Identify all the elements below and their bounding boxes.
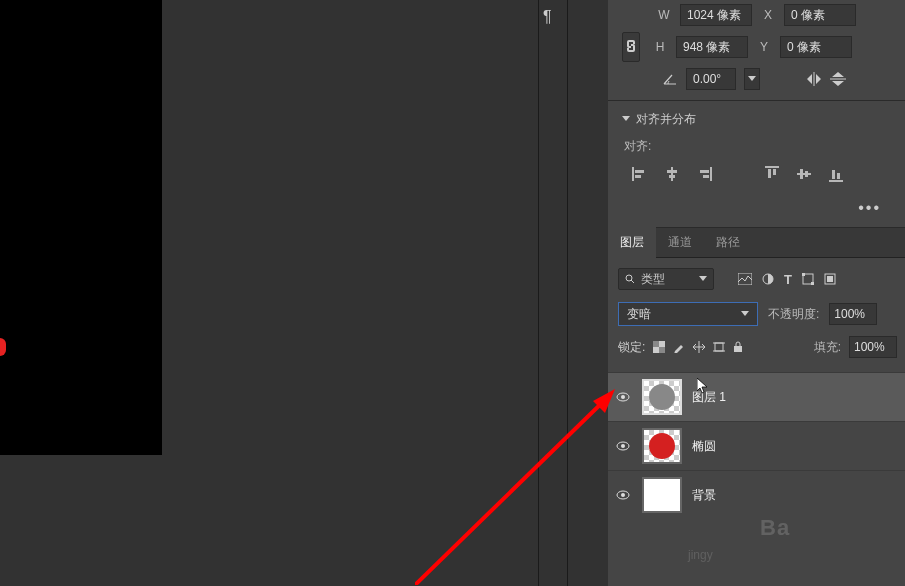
svg-point-39: [621, 444, 625, 448]
transform-section: W X H Y: [608, 0, 905, 101]
properties-panel: W X H Y: [608, 0, 905, 586]
svg-rect-0: [814, 72, 815, 86]
align-top-icon[interactable]: [762, 165, 782, 183]
visibility-icon[interactable]: [616, 441, 632, 451]
layer-filter-label: 类型: [641, 271, 665, 288]
watermark-small: jingy: [688, 548, 713, 562]
tab-layers[interactable]: 图层: [608, 227, 656, 258]
lock-all-icon[interactable]: [733, 341, 743, 353]
svg-rect-9: [700, 170, 709, 173]
align-center-v-icon[interactable]: [794, 165, 814, 183]
layer-thumbnail[interactable]: [642, 379, 682, 415]
y-label: Y: [756, 40, 772, 54]
watermark: Ba: [760, 515, 790, 541]
panel-divider[interactable]: [538, 0, 568, 586]
svg-rect-32: [715, 343, 723, 351]
svg-rect-14: [797, 173, 811, 175]
opacity-input[interactable]: [829, 303, 877, 325]
filter-smartobject-icon[interactable]: [824, 273, 836, 285]
svg-rect-10: [703, 175, 709, 178]
width-label: W: [656, 8, 672, 22]
canvas-content: [0, 0, 162, 455]
filter-adjustment-icon[interactable]: [762, 273, 774, 285]
lock-pixels-icon[interactable]: [673, 341, 685, 353]
tab-channels[interactable]: 通道: [656, 227, 704, 258]
svg-point-41: [621, 493, 625, 497]
filter-pixel-icon[interactable]: [738, 273, 752, 285]
blend-mode-dropdown[interactable]: 变暗: [618, 302, 758, 326]
svg-rect-3: [635, 170, 644, 173]
filter-type-icon[interactable]: T: [784, 272, 792, 287]
layer-thumbnail[interactable]: [642, 428, 682, 464]
svg-line-21: [631, 280, 634, 283]
svg-rect-30: [653, 341, 659, 347]
height-input[interactable]: [676, 36, 748, 58]
canvas-area[interactable]: [0, 0, 538, 586]
layer-name[interactable]: 图层 1: [692, 389, 726, 406]
svg-rect-11: [765, 166, 779, 168]
x-label: X: [760, 8, 776, 22]
svg-rect-1: [830, 79, 846, 80]
layer-name[interactable]: 背景: [692, 487, 716, 504]
angle-dropdown-icon[interactable]: [744, 68, 760, 90]
more-options-icon[interactable]: •••: [622, 193, 891, 217]
layers-tabs: 图层 通道 路径: [608, 228, 905, 258]
layer-filter-dropdown[interactable]: 类型: [618, 268, 714, 290]
svg-rect-8: [710, 167, 712, 181]
svg-rect-25: [802, 273, 805, 276]
layers-panel: 图层 通道 路径 类型 T: [608, 228, 905, 519]
svg-rect-35: [734, 346, 742, 352]
y-input[interactable]: [780, 36, 852, 58]
layer-item[interactable]: 椭圆: [608, 421, 905, 470]
visibility-icon[interactable]: [616, 490, 632, 500]
svg-rect-4: [635, 175, 641, 178]
svg-rect-17: [829, 180, 843, 182]
svg-rect-19: [837, 173, 840, 179]
height-label: H: [652, 40, 668, 54]
align-center-h-icon[interactable]: [662, 165, 682, 183]
layer-item[interactable]: 图层 1: [608, 372, 905, 421]
svg-rect-15: [800, 169, 803, 179]
align-header[interactable]: 对齐并分布: [622, 111, 891, 128]
paragraph-icon[interactable]: ¶: [543, 8, 552, 26]
svg-rect-31: [659, 347, 665, 353]
fill-input[interactable]: [849, 336, 897, 358]
svg-rect-5: [671, 167, 673, 181]
svg-rect-26: [811, 282, 814, 285]
angle-icon: [662, 72, 678, 86]
blend-mode-value: 变暗: [627, 306, 651, 323]
visibility-icon[interactable]: [616, 392, 632, 402]
align-left-icon[interactable]: [630, 165, 650, 183]
align-bottom-icon[interactable]: [826, 165, 846, 183]
filter-shape-icon[interactable]: [802, 273, 814, 285]
svg-rect-22: [738, 273, 752, 285]
svg-rect-6: [667, 170, 677, 173]
align-right-icon[interactable]: [694, 165, 714, 183]
flip-vertical-icon[interactable]: [830, 72, 846, 86]
svg-rect-12: [768, 169, 771, 178]
layer-item[interactable]: 背景: [608, 470, 905, 519]
layer-list: 图层 1 椭圆 背景: [608, 372, 905, 519]
svg-rect-13: [773, 169, 776, 175]
svg-point-37: [621, 395, 625, 399]
lock-artboard-icon[interactable]: [713, 341, 725, 353]
width-input[interactable]: [680, 4, 752, 26]
layer-thumbnail[interactable]: [642, 477, 682, 513]
search-icon: [625, 274, 635, 284]
canvas-red-shape: [0, 338, 6, 356]
x-input[interactable]: [784, 4, 856, 26]
angle-input[interactable]: [686, 68, 736, 90]
svg-rect-18: [832, 170, 835, 179]
opacity-label: 不透明度:: [768, 306, 819, 323]
lock-position-icon[interactable]: [693, 341, 705, 353]
svg-rect-2: [632, 167, 634, 181]
svg-rect-28: [827, 276, 833, 282]
flip-horizontal-icon[interactable]: [806, 72, 822, 86]
svg-rect-16: [805, 171, 808, 177]
lock-transparency-icon[interactable]: [653, 341, 665, 353]
tab-paths[interactable]: 路径: [704, 227, 752, 258]
fill-label: 填充:: [814, 339, 841, 356]
link-wh-icon[interactable]: [622, 32, 640, 62]
svg-rect-7: [669, 175, 675, 178]
layer-name[interactable]: 椭圆: [692, 438, 716, 455]
